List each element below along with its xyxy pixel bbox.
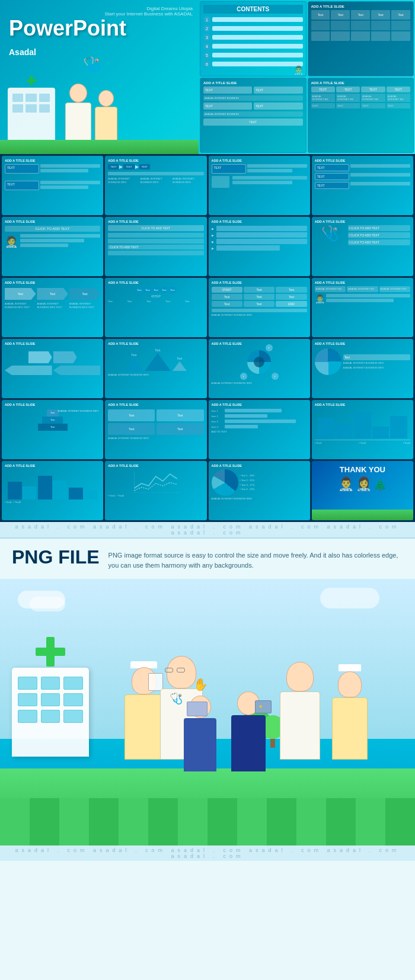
biz1-laptop <box>187 702 208 716</box>
s17-layer2: Text <box>42 417 63 424</box>
glass-left <box>165 668 173 672</box>
s1-bar2 <box>40 169 88 172</box>
lw6 <box>63 693 83 706</box>
s10-step-label: 4STEP <box>108 294 203 298</box>
hospital-body <box>8 88 55 141</box>
slide-8[interactable]: ADD A TITLE SLIDE 🩺 I CLICK TO ADD TEXT … <box>312 217 413 276</box>
biz1-body <box>184 718 216 771</box>
lw3 <box>63 677 83 690</box>
slide-19[interactable]: ADD A TITLE SLIDE Item 1 Item 2 Item 3 I… <box>209 400 310 459</box>
s11-text6: Text <box>212 301 242 307</box>
lw4 <box>18 693 37 706</box>
watermark-text-1: asadal . com asadal . com asadal . com a… <box>15 524 400 536</box>
contents-num-1: 1 <box>203 16 210 23</box>
s12-c1: ASADAL INTERNET BIZ <box>315 286 346 292</box>
slide-15[interactable]: ADD A TITLE SLIDE T T T ASADAL INTERNET … <box>209 339 310 398</box>
s9-arrow1: Text <box>5 288 36 300</box>
contents-bar-1 <box>212 17 303 22</box>
s3-bars <box>247 164 307 174</box>
s2-block3: ASADAL INTERNET BUSINESS INFO <box>173 177 203 184</box>
s15-sat3: T <box>272 373 279 380</box>
slide-12[interactable]: ADD A TITLE SLIDE ASADAL INTERNET BIZ AS… <box>312 278 413 337</box>
slide-21[interactable]: ADD A TITLE SLIDE ▪ Text1 ▪ Text2 <box>2 461 103 520</box>
s3-img <box>212 176 229 188</box>
slide-7[interactable]: ADD A TITLE SLIDE ▶ ▶ ▶ ▶ <box>209 217 310 276</box>
slide-8-title: ADD A TITLE SLIDE <box>315 220 410 223</box>
s9-arrows: Text Text Text <box>5 288 100 300</box>
s3-text: TEXT <box>212 164 246 174</box>
hero-left: Digital Dreams Utopia Start your Interne… <box>0 0 199 154</box>
cc9 <box>237 798 267 846</box>
s8-link-text3: I CLICK TO ADD TEXT <box>348 239 411 245</box>
window <box>39 104 50 113</box>
title-grid-panel: ADD A TITLE SLIDE Text Text Text Text Te… <box>308 1 414 76</box>
contents-item-5: 5 <box>203 52 303 59</box>
slide-11[interactable]: ADD A TITLE SLIDE START Text Text Text T… <box>209 278 310 337</box>
slide-2[interactable]: ADD A TITLE SLIDE TEXT ▶ TEXT ▶ TEXT ASA… <box>105 156 206 215</box>
arrow-3: TEXT <box>139 164 150 169</box>
s12-person-icon: 👨‍⚕️ <box>315 294 325 303</box>
s20-t2: ▪ Text2 <box>359 441 366 445</box>
slide-6[interactable]: ADD A TITLE SLIDE CLICK TO ADD TEXT CLIC… <box>105 217 206 276</box>
arrow-sep-2: ▶ <box>135 164 139 169</box>
watermark-strip-1: asadal . com asadal . com asadal . com a… <box>0 522 415 537</box>
lw2 <box>41 677 60 690</box>
slide-14[interactable]: ADD A TITLE SLIDE Text Text Text ASADAL … <box>105 339 206 398</box>
s5-bar1 <box>20 234 100 238</box>
png-file-section: PNG FILE PNG image format source is easy… <box>0 537 415 579</box>
s11-bar <box>212 309 307 312</box>
slide-18[interactable]: ADD A TITLE SLIDE Text Text Text Text AS… <box>105 400 206 459</box>
s15-labels: ASADAL INTERNET BUSINESS INFO <box>212 382 307 385</box>
s4-text1: TEXT <box>315 164 349 171</box>
cc8 <box>208 798 237 846</box>
s7-bar4 <box>216 245 280 251</box>
s18-block2: Text <box>157 409 203 421</box>
s23-pie <box>212 469 238 496</box>
slide-16[interactable]: ADD A TITLE SLIDE Text ASADAL INTERNET B… <box>312 339 413 398</box>
slide-1[interactable]: ADD A TITLE SLIDE TEXT TEXT <box>2 156 103 215</box>
s1-bar4 <box>40 185 88 189</box>
cc4 <box>89 798 119 846</box>
slide-17[interactable]: ADD A TITLE SLIDE Text Text Text ASADAL … <box>2 400 103 459</box>
s16-layout: Text ASADAL INTERNET BUSINESS INFO ASADA… <box>315 348 410 375</box>
slide-22[interactable]: ADD A TITLE SLIDE ▪ Text1 ▪ Text2 <box>105 461 206 520</box>
slide-5[interactable]: ADD A TITLE SLIDE CLICK TO ADD TEXT 🧑‍⚕️ <box>2 217 103 276</box>
s20-bar3 <box>354 412 371 438</box>
s3-bar2 <box>247 169 292 172</box>
s19-h-bars: Item 1 Item 2 Item 3 Item 4 <box>212 409 307 428</box>
slide-3[interactable]: ADD A TITLE SLIDE TEXT <box>209 156 310 215</box>
nurse2-head <box>338 671 362 697</box>
slide-9[interactable]: ADD A TITLE SLIDE Text Text Text ASADAL … <box>2 278 103 337</box>
s14-text1: Text <box>131 353 136 357</box>
slide-22-title: ADD A TITLE SLIDE <box>108 464 203 467</box>
s14-tri2: Text <box>145 348 171 371</box>
arrow-2: TEXT <box>123 164 134 169</box>
s8-person-icon: 🩺 <box>315 225 346 242</box>
window <box>39 94 50 102</box>
cross-container <box>36 637 65 667</box>
slide-20[interactable]: ADD A TITLE SLIDE ▪ Text1 ▪ Text2 ▪ Text… <box>312 400 413 459</box>
s14-texts: ASADAL INTERNET BUSINESS INFO <box>108 373 203 377</box>
slide-9-title: ADD A TITLE SLIDE <box>5 281 100 284</box>
text-cell-3: ASADAL INTERNET BUSINESS <box>203 95 303 101</box>
slide-23[interactable]: ADD A TITLE SLIDE ▪ Text 1 - 36% ▪ Text … <box>209 461 310 520</box>
s19-legend: ADD TO TEXT <box>212 430 307 434</box>
large-hospital-windows <box>12 668 89 726</box>
s14-text3: Text <box>177 357 182 360</box>
doctor-large-head <box>167 656 196 688</box>
slide-13[interactable]: ADD A TITLE SLIDE <box>2 339 103 398</box>
slide-15-title: ADD A TITLE SLIDE <box>212 342 307 345</box>
s18-b1-text: Text <box>129 414 134 417</box>
slide-10[interactable]: ADD A TITLE SLIDE Text Text Text Text Te… <box>105 278 206 337</box>
slide-24-thankyou[interactable]: THANK YOU 👨‍⚕️ 👩‍⚕️ 🌲 <box>312 461 413 520</box>
s12-t2: ASADAL INTERNET BIZ <box>348 287 376 291</box>
s21-b5 <box>69 488 83 499</box>
text-grid-4: TEXT TEXT TEXT TEXT <box>311 103 411 108</box>
s7-bar1 <box>216 226 307 231</box>
s21-bars <box>5 470 100 499</box>
slide-4[interactable]: ADD A TITLE SLIDE TEXT TEXT TEXT <box>312 156 413 215</box>
s23-text: ASADAL INTERNET BUSINESS INFO <box>212 497 307 501</box>
lw8 <box>41 710 60 723</box>
s13-back-arrow1 <box>5 366 52 375</box>
title-grid-label: ADD A TITLE SLIDE <box>311 5 411 8</box>
